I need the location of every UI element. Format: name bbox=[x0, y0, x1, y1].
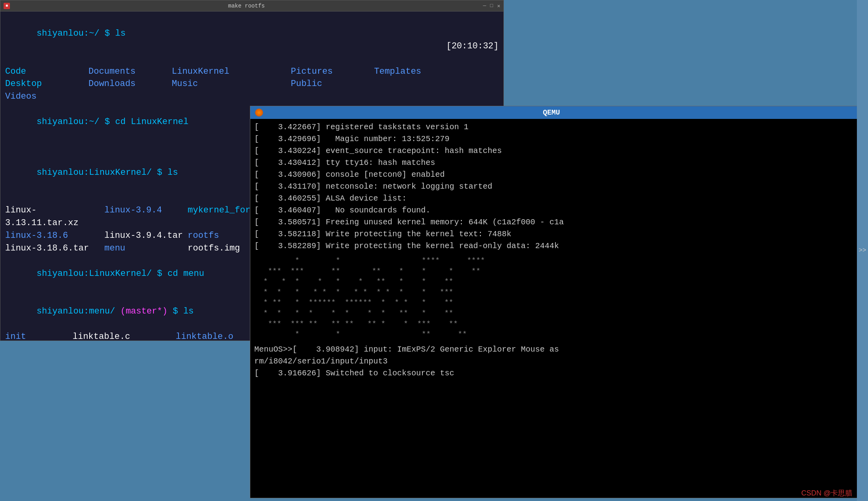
scroll-chevrons: >> bbox=[858, 247, 866, 254]
qemu-title: QEMU bbox=[263, 109, 840, 117]
klog-11: [ 3.582289] Write protecting the kernel … bbox=[254, 240, 856, 252]
star-row-1: * * **** **** bbox=[254, 255, 856, 266]
klog-9: [ 3.580571] Freeing unused kernel memory… bbox=[254, 216, 856, 228]
prompt-master-1: (master*) bbox=[120, 306, 167, 316]
close-button[interactable]: ✕ bbox=[497, 3, 500, 9]
maximize-button[interactable]: □ bbox=[490, 3, 493, 9]
ls-desktop: Desktop bbox=[5, 78, 88, 90]
prompt-cd-menu: shiyanlou:LinuxKernel/ $ cd menu bbox=[36, 269, 204, 279]
star-row-6: * * * * * * * * ** * ** bbox=[254, 308, 856, 319]
ls-code: Code bbox=[5, 65, 88, 78]
menu-linktablec: linktable.c bbox=[73, 331, 176, 340]
terminal-icon: ■ bbox=[4, 3, 10, 9]
klog-3: [ 3.430224] event_source tracepoint: has… bbox=[254, 145, 856, 157]
window-controls[interactable]: — □ ✕ bbox=[483, 3, 500, 9]
qemu-bottom-logs: MenuOS>>[ 3.908942] input: ImExPS/2 Gene… bbox=[254, 344, 856, 379]
star-pattern-container: * * **** **** *** *** ** ** * * * ** * *… bbox=[254, 255, 856, 340]
qemu-window: QEMU [ 3.422667] registered taskstats ve… bbox=[250, 106, 861, 498]
ls-music: Music bbox=[172, 78, 291, 90]
timestamp-1: [20:10:32] bbox=[446, 40, 499, 53]
prompt-lk-ls: shiyanlou:LinuxKernel/ $ ls bbox=[36, 168, 178, 178]
klog-7: [ 3.460255] ALSA device list: bbox=[254, 193, 856, 205]
qemu-input-path: rm/i8042/serio1/input/input3 bbox=[254, 356, 856, 367]
ls-output-row1: Code Documents LinuxKernel Pictures Temp… bbox=[5, 65, 499, 78]
lk-linux1816: linux-3.18.6 bbox=[5, 229, 104, 242]
ls-linuxkernel: LinuxKernel bbox=[172, 65, 291, 78]
menu-init: init bbox=[5, 331, 73, 340]
qemu-clocksource: [ 3.916626] Switched to clocksource tsc bbox=[254, 367, 856, 379]
lk-linux394: linux-3.9.4 bbox=[104, 204, 188, 229]
prompt-cd1: shiyanlou:~/ $ cd LinuxKernel bbox=[36, 117, 188, 127]
star-row-5: * ** * ****** ****** * * * * ** bbox=[254, 297, 856, 308]
klog-2: [ 3.429696] Magic number: 13:525:279 bbox=[254, 133, 856, 145]
lk-linux1816tar: linux-3.18.6.tar bbox=[5, 242, 104, 255]
prompt-menu-ls-part1: shiyanlou:menu/ bbox=[36, 306, 120, 316]
terminal-line-1: shiyanlou:~/ $ ls [20:10:32] bbox=[5, 15, 499, 65]
prompt-user-1: shiyanlou:~/ $ ls bbox=[36, 29, 125, 38]
klog-6: [ 3.431170] netconsole: network logging … bbox=[254, 181, 856, 193]
star-row-8: * * ** ** bbox=[254, 329, 856, 340]
lk-menu: menu bbox=[104, 242, 188, 255]
klog-4: [ 3.430412] tty tty16: hash matches bbox=[254, 157, 856, 169]
qemu-body: [ 3.422667] registered taskstats version… bbox=[250, 119, 860, 498]
star-row-4: * * * * * * * * * * * * *** bbox=[254, 287, 856, 298]
star-row-3: * * * * * * ** * * ** bbox=[254, 276, 856, 287]
klog-10: [ 3.582118] Write protecting the kernel … bbox=[254, 228, 856, 240]
scrollbar[interactable]: >> bbox=[857, 0, 868, 501]
qemu-icon bbox=[255, 109, 263, 117]
main-terminal-titlebar: ■ make rootfs — □ ✕ bbox=[0, 0, 503, 11]
ls-pictures: Pictures bbox=[291, 65, 374, 78]
prompt-menu-ls-part2: $ ls bbox=[167, 306, 194, 316]
star-row-7: *** *** ** ** ** ** * * *** ** bbox=[254, 319, 856, 329]
ls-templates: Templates bbox=[374, 65, 457, 78]
ls-public: Public bbox=[291, 78, 374, 90]
lk-linux394tar: linux-3.9.4.tar bbox=[104, 229, 188, 242]
qemu-titlebar: QEMU bbox=[250, 106, 860, 119]
klog-5: [ 3.430906] console [netcon0] enabled bbox=[254, 169, 856, 181]
lk-linux1311: linux-3.13.11.tar.xz bbox=[5, 204, 104, 229]
ls-videos: Videos bbox=[5, 90, 88, 103]
klog-1: [ 3.422667] registered taskstats version… bbox=[254, 121, 856, 133]
ls-output-row2: Desktop Downloads Music Public Videos bbox=[5, 78, 499, 103]
watermark: CSDN @卡思腊 bbox=[801, 488, 852, 498]
ls-downloads: Downloads bbox=[88, 78, 172, 90]
star-row-2: *** *** ** ** * * * ** bbox=[254, 266, 856, 277]
qemu-menu-os: MenuOS>>[ 3.908942] input: ImExPS/2 Gene… bbox=[254, 344, 856, 356]
ls-documents: Documents bbox=[88, 65, 172, 78]
terminal-title: make rootfs bbox=[10, 3, 483, 9]
minimize-button[interactable]: — bbox=[483, 3, 486, 9]
klog-8: [ 3.460407] No soundcards found. bbox=[254, 205, 856, 216]
